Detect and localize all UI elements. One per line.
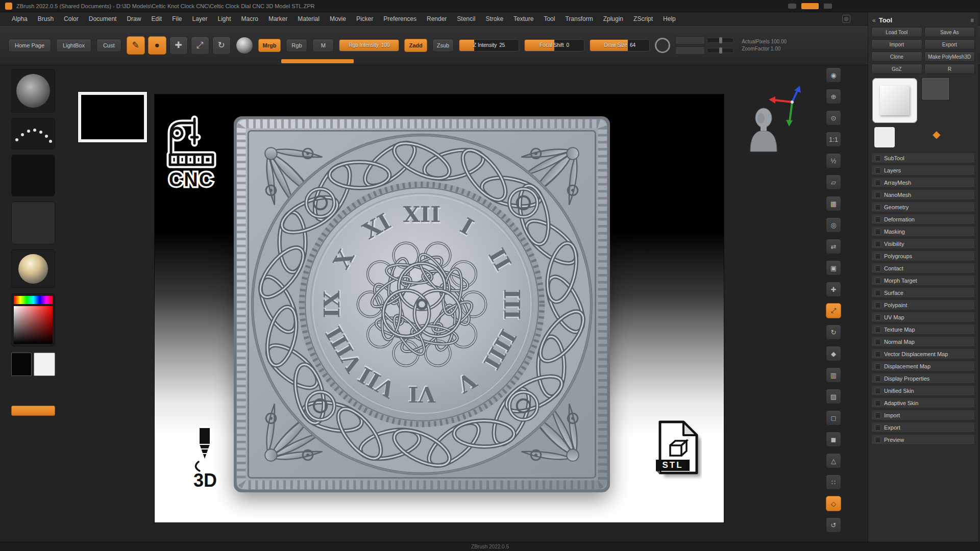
brush-preview[interactable] bbox=[11, 69, 55, 113]
tool-section-import[interactable]: Import bbox=[871, 410, 975, 420]
aa-half-icon[interactable]: ½ bbox=[826, 153, 841, 168]
menu-macro[interactable]: Macro bbox=[237, 14, 263, 24]
menu-brush[interactable]: Brush bbox=[33, 14, 58, 24]
extra-slider-top[interactable] bbox=[707, 38, 733, 43]
transparency-icon[interactable]: ▨ bbox=[826, 389, 841, 404]
ghost-icon[interactable]: ◻ bbox=[826, 410, 841, 425]
menu-tool[interactable]: Tool bbox=[539, 14, 559, 24]
menu-texture[interactable]: Texture bbox=[509, 14, 538, 24]
rgb-intensity-slider[interactable]: Rgb Intensity100 bbox=[339, 39, 399, 52]
secondary-color-swatch[interactable] bbox=[34, 353, 55, 376]
bpr-render-icon[interactable]: ◉ bbox=[826, 67, 841, 83]
scale-icon[interactable]: ⤢ bbox=[826, 303, 841, 318]
panel-menu-icon[interactable]: ≡ bbox=[970, 17, 974, 24]
draw-mode-icon[interactable]: ● bbox=[148, 36, 166, 55]
menu-stencil[interactable]: Stencil bbox=[452, 14, 480, 24]
menu-document[interactable]: Document bbox=[84, 14, 121, 24]
tool-section-texture-map[interactable]: Texture Map bbox=[871, 324, 975, 335]
menu-render[interactable]: Render bbox=[422, 14, 451, 24]
zadd-button[interactable]: Zadd bbox=[404, 39, 427, 52]
menu-light[interactable]: Light bbox=[213, 14, 236, 24]
frame-mesh-icon[interactable]: ▣ bbox=[826, 260, 841, 276]
tool-section-export[interactable]: Export bbox=[871, 422, 975, 433]
quicksave-indicator-icon[interactable] bbox=[801, 3, 819, 9]
focal-shift-slider[interactable]: Focal Shift0 bbox=[524, 39, 584, 52]
floor-grid-icon[interactable]: ▦ bbox=[826, 196, 841, 211]
rotate-icon[interactable]: ↻ bbox=[826, 324, 841, 340]
panel-collapse-icon[interactable]: « bbox=[872, 17, 876, 24]
saturation-square[interactable] bbox=[14, 306, 53, 344]
menu-picker[interactable]: Picker bbox=[352, 14, 378, 24]
document-canvas[interactable]: XIIXIIIIIIIIIIIIIIIIIIIIIIVVVIVIVIIVIIVI… bbox=[154, 94, 724, 523]
color-picker[interactable] bbox=[11, 293, 55, 346]
polymesh-star-icon[interactable]: ◆ bbox=[933, 128, 940, 140]
tool-export-button[interactable]: Export bbox=[924, 39, 975, 49]
axis-gizmo[interactable] bbox=[767, 85, 807, 132]
menu-material[interactable]: Material bbox=[293, 14, 324, 24]
rgb-button[interactable]: Rgb bbox=[286, 39, 307, 52]
tool-section-subtool[interactable]: SubTool bbox=[871, 153, 975, 163]
draw-size-slider[interactable]: Draw Size64 bbox=[590, 39, 650, 52]
menu-zscript[interactable]: ZScript bbox=[629, 14, 657, 24]
lightbox-button[interactable]: LightBox bbox=[56, 39, 91, 52]
menu-preferences[interactable]: Preferences bbox=[379, 14, 421, 24]
tool-section-preview[interactable]: Preview bbox=[871, 434, 975, 445]
hue-strip[interactable] bbox=[14, 296, 53, 304]
tool-section-displacement-map[interactable]: Displacement Map bbox=[871, 361, 975, 371]
tool-section-visibility[interactable]: Visibility bbox=[871, 238, 975, 249]
active-tool-thumbnail[interactable] bbox=[872, 78, 917, 123]
tool-make-polymesh3d-button[interactable]: Make PolyMesh3D bbox=[924, 52, 975, 62]
material-preview[interactable] bbox=[11, 249, 55, 288]
persp-icon[interactable]: ▱ bbox=[826, 174, 841, 190]
menubar-search-icon[interactable]: ◎ bbox=[842, 15, 850, 23]
menu-file[interactable]: File bbox=[167, 14, 186, 24]
tool-goz-button[interactable]: GoZ bbox=[871, 64, 922, 74]
menu-help[interactable]: Help bbox=[658, 14, 680, 24]
move-mode-icon[interactable]: ✚ bbox=[169, 36, 188, 55]
tool-section-unified-skin[interactable]: Unified Skin bbox=[871, 385, 975, 396]
tool-section-vector-displacement-map[interactable]: Vector Displacement Map bbox=[871, 348, 975, 359]
tool-section-adaptive-skin[interactable]: Adaptive Skin bbox=[871, 397, 975, 408]
main-color-swatch[interactable] bbox=[11, 353, 32, 376]
tool-clone-button[interactable]: Clone bbox=[871, 52, 922, 62]
menu-color[interactable]: Color bbox=[59, 14, 83, 24]
stroke-preview[interactable] bbox=[11, 118, 55, 149]
polyframe-icon[interactable]: ▥ bbox=[826, 367, 841, 383]
rotate-mode-icon[interactable]: ↻ bbox=[212, 36, 231, 55]
tool-section-deformation[interactable]: Deformation bbox=[871, 214, 975, 224]
tool-section-layers[interactable]: Layers bbox=[871, 165, 975, 176]
home-page-button[interactable]: Home Page bbox=[8, 39, 51, 52]
tool-section-polygroups[interactable]: Polygroups bbox=[871, 251, 975, 261]
menu-zplugin[interactable]: Zplugin bbox=[599, 14, 628, 24]
tool-save-as-button[interactable]: Save As bbox=[924, 27, 975, 37]
extra-button-bottom[interactable] bbox=[675, 46, 705, 55]
scale-mode-icon[interactable]: ⤢ bbox=[191, 36, 209, 55]
menu-marker[interactable]: Marker bbox=[264, 14, 292, 24]
edit-object-icon[interactable]: ◆ bbox=[826, 346, 841, 361]
gizmo-icon[interactable]: ◇ bbox=[826, 496, 841, 511]
menu-alpha[interactable]: Alpha bbox=[7, 14, 32, 24]
zoom-canvas-icon[interactable]: ⊙ bbox=[826, 110, 841, 126]
lazy-mouse-icon[interactable] bbox=[655, 38, 670, 53]
color-mix-button[interactable] bbox=[11, 406, 55, 416]
cust-button[interactable]: Cust bbox=[96, 39, 121, 52]
edit-mode-icon[interactable]: ✎ bbox=[127, 36, 145, 55]
xpose-icon[interactable]: △ bbox=[826, 453, 841, 468]
tool-section-normal-map[interactable]: Normal Map bbox=[871, 336, 975, 347]
tool-section-nanomesh[interactable]: NanoMesh bbox=[871, 189, 975, 200]
quick-pick-thumbnail[interactable] bbox=[922, 78, 949, 99]
menu-edit[interactable]: Edit bbox=[146, 14, 166, 24]
alpha-preview[interactable] bbox=[11, 155, 55, 196]
texture-preview[interactable] bbox=[11, 202, 55, 244]
tool-section-display-properties[interactable]: Display Properties bbox=[871, 373, 975, 384]
local-transform-icon[interactable]: ◎ bbox=[826, 217, 841, 233]
z-intensity-slider[interactable]: Z Intensity25 bbox=[459, 39, 519, 52]
tool-section-surface[interactable]: Surface bbox=[871, 287, 975, 298]
zsub-button[interactable]: Zsub bbox=[432, 39, 454, 52]
undo-history-icon[interactable]: ↺ bbox=[826, 517, 841, 533]
tool-import-button[interactable]: Import bbox=[871, 39, 922, 49]
material-sphere-icon[interactable] bbox=[236, 37, 253, 54]
actual-size-icon[interactable]: 1:1 bbox=[826, 132, 841, 147]
tool-section-uv-map[interactable]: UV Map bbox=[871, 312, 975, 322]
m-button[interactable]: M bbox=[312, 39, 334, 52]
